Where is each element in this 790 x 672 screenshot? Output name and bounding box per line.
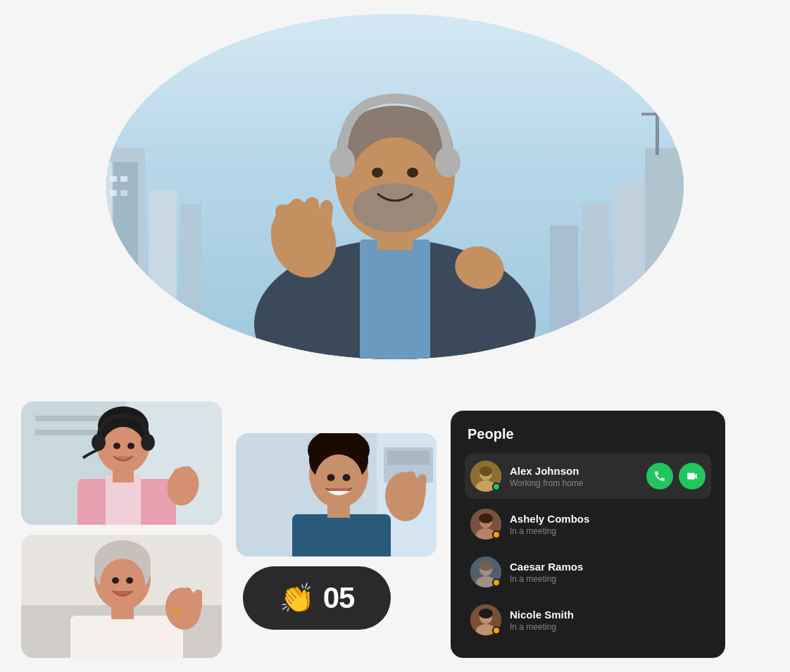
person-item-alex: Alex Johnson Working from home — [465, 454, 711, 499]
svg-rect-73 — [292, 514, 391, 556]
svg-rect-37 — [35, 430, 99, 435]
person-info-caesar: Caesar Ramos In a meeting — [510, 561, 706, 584]
svg-point-43 — [102, 427, 144, 472]
svg-rect-10 — [613, 183, 645, 359]
svg-rect-6 — [120, 176, 127, 182]
svg-point-91 — [479, 466, 492, 476]
person-item-caesar: Caesar Ramos In a meeting — [465, 549, 711, 595]
person-status-ashley: In a meeting — [510, 526, 706, 536]
svg-rect-5 — [110, 176, 117, 182]
person-status-nicole: In a meeting — [510, 622, 706, 632]
svg-point-45 — [127, 443, 134, 449]
person-name-nicole: Nicole Smith — [510, 609, 706, 621]
status-dot-caesar — [492, 578, 501, 587]
svg-rect-8 — [120, 190, 127, 196]
svg-point-103 — [479, 609, 493, 618]
svg-rect-54 — [70, 616, 120, 658]
svg-point-99 — [479, 561, 493, 571]
bottom-section: 👏 05 People — [21, 402, 769, 658]
svg-point-47 — [141, 434, 155, 451]
svg-rect-3 — [180, 204, 201, 359]
svg-point-80 — [315, 454, 363, 508]
call-button-alex[interactable] — [646, 463, 673, 490]
svg-rect-7 — [110, 190, 117, 196]
reaction-count: 05 — [323, 581, 355, 615]
middle-column: 👏 05 — [236, 433, 437, 658]
person-info-alex: Alex Johnson Working from home — [510, 465, 638, 488]
svg-rect-1 — [113, 162, 138, 345]
person-status-caesar: In a meeting — [510, 574, 706, 584]
person-actions-alex — [646, 463, 706, 490]
person-status-alex: Working from home — [510, 478, 638, 488]
avatar-wrap-ashley — [470, 509, 501, 540]
video-button-alex[interactable] — [679, 463, 706, 490]
participant-3-video — [21, 535, 222, 658]
svg-point-25 — [330, 147, 355, 178]
svg-rect-86 — [417, 474, 427, 500]
participant-1-video — [21, 402, 222, 525]
thumbnails-left — [21, 402, 222, 658]
status-dot-alex — [492, 483, 501, 491]
svg-rect-39 — [106, 475, 141, 525]
reaction-badge: 👏 05 — [243, 566, 391, 630]
svg-point-95 — [479, 514, 493, 523]
status-dot-nicole — [492, 626, 501, 635]
main-video — [106, 14, 684, 359]
svg-point-23 — [372, 168, 383, 178]
thumbnail-2 — [236, 433, 437, 556]
svg-rect-13 — [656, 113, 659, 155]
thumbnail-1 — [21, 402, 222, 525]
reaction-emoji: 👏 — [280, 582, 315, 615]
person-item-nicole: Nicole Smith In a meeting — [465, 597, 711, 642]
svg-point-63 — [126, 578, 133, 584]
participant-2-video — [236, 433, 437, 556]
thumbnail-3 — [21, 535, 222, 658]
svg-rect-72 — [387, 451, 430, 465]
svg-point-81 — [327, 474, 335, 481]
panel-title: People — [465, 426, 711, 442]
avatar-wrap-caesar — [470, 556, 501, 587]
person-item-ashley: Ashely Combos In a meeting — [465, 502, 711, 547]
main-person-silhouette — [226, 21, 564, 359]
svg-point-46 — [92, 434, 106, 451]
person-info-ashley: Ashely Combos In a meeting — [510, 513, 706, 536]
svg-rect-17 — [360, 239, 430, 359]
person-name-alex: Alex Johnson — [510, 465, 638, 477]
avatar-wrap-nicole — [470, 604, 501, 635]
person-list: Alex Johnson Working from home — [465, 454, 711, 642]
status-dot-ashley — [492, 530, 501, 539]
svg-point-22 — [353, 183, 437, 232]
svg-point-24 — [407, 168, 418, 178]
person-name-caesar: Caesar Ramos — [510, 561, 706, 573]
svg-point-44 — [113, 443, 120, 449]
avatar-wrap-alex — [470, 461, 501, 492]
person-info-nicole: Nicole Smith In a meeting — [510, 609, 706, 632]
svg-rect-67 — [194, 590, 202, 611]
svg-rect-68 — [173, 611, 182, 614]
svg-point-26 — [435, 147, 460, 178]
svg-rect-9 — [645, 148, 684, 359]
svg-point-61 — [100, 559, 145, 609]
people-panel: People Alex Johnson — [451, 411, 725, 658]
person-name-ashley: Ashely Combos — [510, 513, 706, 525]
svg-rect-2 — [149, 190, 177, 359]
svg-rect-14 — [641, 113, 684, 116]
svg-rect-11 — [582, 204, 610, 359]
svg-point-62 — [112, 578, 119, 584]
svg-point-82 — [343, 474, 351, 481]
